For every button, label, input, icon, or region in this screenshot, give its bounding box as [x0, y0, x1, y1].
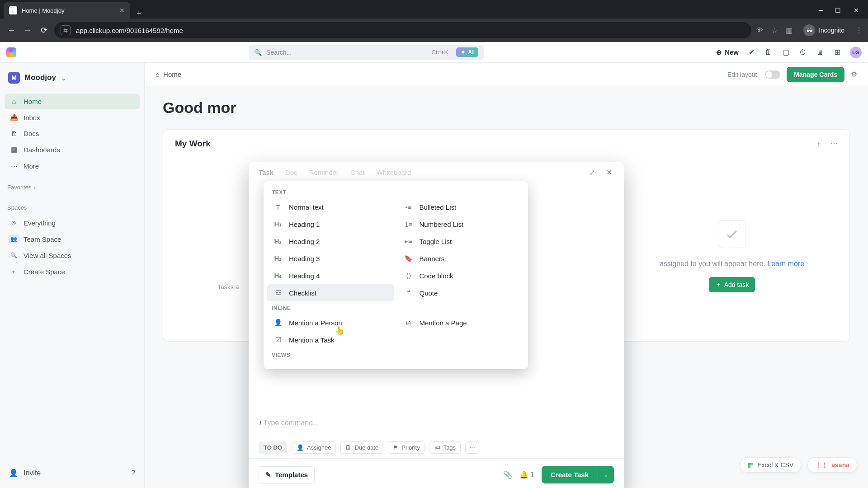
create-task-button[interactable]: Create Task	[542, 466, 598, 483]
sidebar-item-inbox[interactable]: 📥Inbox	[5, 109, 140, 126]
menu-item-numbered-list[interactable]: 1≡Numbered List	[398, 216, 525, 233]
assignee-chip[interactable]: 👤Assignee	[292, 441, 336, 454]
manage-cards-button[interactable]: Manage Cards	[787, 67, 844, 82]
close-icon[interactable]: ✕	[604, 168, 614, 177]
clickup-logo-icon[interactable]	[6, 47, 16, 57]
window-close-icon[interactable]: ✕	[854, 7, 859, 14]
new-button[interactable]: ⊕New	[716, 48, 739, 56]
space-label: View all Spaces	[24, 252, 71, 259]
tab-favicon: ◧	[9, 6, 17, 14]
window-minimize-icon[interactable]: ━	[819, 7, 822, 14]
global-search[interactable]: 🔍 Search... Ctrl+K ✦ AI	[249, 45, 484, 60]
numbered-list-icon: 1≡	[404, 220, 413, 229]
bookmark-icon[interactable]: ☆	[771, 26, 778, 35]
attach-icon[interactable]: 📎	[503, 470, 512, 479]
sidebar-item-dashboards[interactable]: ▦Dashboards	[5, 141, 140, 158]
sidebar-item-docs[interactable]: 🗎Docs	[5, 126, 140, 141]
spreadsheet-icon: ▦	[748, 461, 754, 469]
clipboard-icon[interactable]: 🗓	[764, 48, 773, 57]
status-chip[interactable]: TO DO	[259, 441, 287, 454]
sidebar-item-more[interactable]: ⋯More	[5, 158, 140, 174]
invite-button[interactable]: Invite	[24, 469, 41, 477]
space-everything[interactable]: ◎Everything	[5, 215, 140, 231]
forward-button[interactable]: →	[22, 26, 33, 35]
doc-icon[interactable]: 🗎	[816, 48, 825, 57]
templates-button[interactable]: ✎Templates	[259, 466, 315, 483]
menu-item-heading-4[interactable]: H₄Heading 4	[267, 267, 394, 284]
menu-item-heading-2[interactable]: H₂Heading 2	[267, 233, 394, 250]
incognito-indicator[interactable]: 🕶 Incognito	[801, 23, 847, 38]
tab-task[interactable]: Task	[259, 169, 274, 176]
tab-doc[interactable]: Doc	[285, 169, 297, 176]
menu-item-mention-task[interactable]: ☑Mention a Task	[267, 331, 394, 348]
video-icon[interactable]: ▢	[781, 48, 790, 57]
asana-badge[interactable]: ⋮⋮asana	[807, 457, 857, 473]
slash-command-menu: TEXT TNormal text H₁Heading 1 H₂Heading …	[264, 181, 528, 369]
back-button[interactable]: ←	[5, 26, 17, 35]
sidebar: M Moodjoy ⌄ ⌂Home 📥Inbox 🗎Docs ▦Dashboar…	[0, 63, 145, 488]
ai-button[interactable]: ✦ AI	[456, 47, 478, 57]
learn-more-link[interactable]: Learn more	[767, 260, 804, 267]
add-task-button[interactable]: ＋Add task	[709, 277, 755, 292]
address-bar[interactable]: ⇆ app.clickup.com/9016164592/home	[54, 22, 751, 38]
menu-item-normal-text[interactable]: TNormal text	[267, 198, 394, 216]
site-info-icon[interactable]: ⇆	[61, 25, 71, 35]
timer-icon[interactable]: ⏱	[798, 48, 807, 57]
sidebar-item-home[interactable]: ⌂Home	[5, 94, 140, 109]
new-tab-button[interactable]: +	[130, 9, 148, 19]
menu-item-banners[interactable]: 🔖Banners	[398, 250, 525, 267]
reload-button[interactable]: ⟳	[38, 25, 50, 35]
priority-chip[interactable]: ⚑Priority	[388, 441, 425, 454]
sidebar-item-label: Home	[24, 98, 42, 105]
breadcrumb[interactable]: ⌂Home	[156, 70, 181, 78]
tags-chip[interactable]: 🏷Tags	[429, 441, 461, 454]
workspace-name: Moodjoy	[24, 73, 56, 82]
card-more-icon[interactable]: ⋯	[830, 139, 838, 149]
tracking-icon[interactable]: 👁	[756, 26, 763, 34]
menu-item-mention-person[interactable]: 👤Mention a Person	[267, 314, 394, 331]
menu-item-quote[interactable]: ❝Quote	[398, 284, 525, 301]
help-icon[interactable]: ?	[131, 469, 135, 477]
avatar[interactable]: LG	[850, 47, 862, 58]
everything-icon: ◎	[9, 218, 18, 227]
browser-menu-icon[interactable]: ⋮	[855, 26, 863, 35]
person-icon: 👤	[297, 444, 304, 451]
gear-icon[interactable]: ⚙	[851, 70, 857, 79]
check-circle-icon[interactable]: ✔	[747, 48, 756, 57]
tab-reminder[interactable]: Reminder	[309, 169, 339, 176]
menu-item-bulleted-list[interactable]: •≡Bulleted List	[398, 198, 525, 216]
more-options-chip[interactable]: ⋯	[465, 441, 479, 454]
tab-whiteboard[interactable]: Whiteboard	[376, 169, 411, 176]
browser-tab[interactable]: ◧ Home | Moodjoy ✕	[4, 2, 130, 19]
sidebar-item-label: Inbox	[24, 114, 40, 122]
menu-item-checklist[interactable]: ☲Checklist	[267, 284, 394, 301]
workspace-switcher[interactable]: M Moodjoy ⌄	[5, 69, 140, 86]
command-input[interactable]: / Type command...	[249, 414, 624, 437]
bulleted-list-icon: •≡	[404, 202, 413, 211]
favorites-label[interactable]: Favorites ›	[7, 184, 140, 191]
create-space[interactable]: ＋Create Space	[5, 263, 140, 280]
sidebar-item-label: More	[24, 162, 39, 170]
tab-close-icon[interactable]: ✕	[119, 7, 125, 14]
h1-icon: H₁	[274, 220, 283, 229]
view-all-spaces[interactable]: 🔍View all Spaces	[5, 247, 140, 263]
window-maximize-icon[interactable]: ☐	[835, 7, 841, 14]
menu-item-heading-3[interactable]: H₃Heading 3	[267, 250, 394, 267]
grid-apps-icon[interactable]: ⊞	[833, 48, 842, 57]
space-team[interactable]: 👥Team Space	[5, 231, 140, 247]
menu-item-mention-page[interactable]: 🗎Mention a Page	[398, 314, 525, 331]
create-task-dropdown[interactable]: ⌄	[598, 466, 614, 483]
edit-layout-toggle[interactable]	[765, 70, 780, 79]
expand-icon[interactable]: ⤢	[587, 168, 597, 177]
menu-item-heading-1[interactable]: H₁Heading 1	[267, 216, 394, 233]
notify-button[interactable]: 🔔 1	[519, 470, 534, 479]
menu-item-toggle-list[interactable]: ▸≡Toggle List	[398, 233, 525, 250]
side-panel-icon[interactable]: ▥	[786, 26, 793, 35]
asana-icon: ⋮⋮	[815, 461, 828, 469]
menu-item-code-block[interactable]: ⟨⟩Code block	[398, 267, 525, 284]
due-date-chip[interactable]: 🗓Due date	[340, 441, 383, 454]
excel-csv-badge[interactable]: ▦Excel & CSV	[740, 457, 801, 473]
tab-chat[interactable]: Chat	[350, 169, 365, 176]
menu-category-views: VIEWS	[264, 348, 528, 361]
card-add-icon[interactable]: ＋	[815, 139, 822, 149]
